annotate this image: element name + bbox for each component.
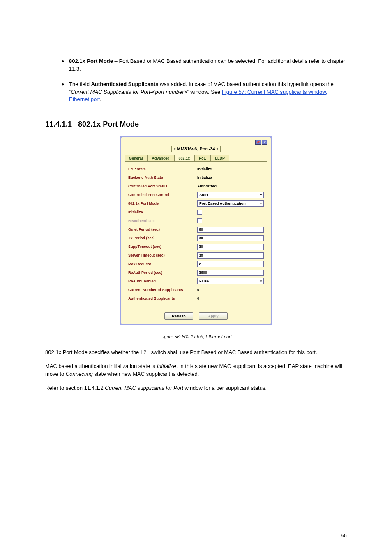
bullet2-end: . (100, 96, 101, 102)
chevron-down-icon: ▼ (259, 193, 263, 197)
eap-state-value: Initialize (197, 167, 212, 171)
paragraph: MAC based authentication initialization … (45, 362, 347, 378)
chevron-down-icon: ▼ (259, 280, 263, 283)
max-request-input[interactable] (197, 261, 264, 267)
supp-timeout-input[interactable] (197, 244, 264, 250)
eap-state-label: EAP State (128, 167, 197, 171)
paragraph: Refer to section 11.4.1.2 Current MAC su… (45, 384, 347, 392)
dialog-screenshot: 📌 ✕ • MM316v6, Port-34 • General Advance… (120, 136, 272, 325)
current-supplicants-label: Current Number of Supplicants (128, 288, 197, 292)
server-timeout-label: Server Timeout (sec) (128, 253, 197, 257)
initialize-label: Initialize (128, 210, 197, 214)
device-name: • MM316v6, Port-34 • (125, 146, 267, 152)
quiet-period-input[interactable] (197, 227, 264, 233)
supp-timeout-label: SuppTimeout (sec) (128, 245, 197, 249)
current-supplicants-value: 0 (197, 288, 199, 292)
section-heading: 11.4.1.1 802.1x Port Mode (45, 120, 347, 129)
bullet-list: ● 802.1x Port Mode – Port Based or MAC B… (62, 58, 347, 104)
tx-period-input[interactable] (197, 235, 264, 241)
paragraph: 802.1x Port Mode specifies whether the L… (45, 348, 347, 356)
close-icon[interactable]: ✕ (262, 140, 267, 145)
list-item: ● The field Authenticated Supplicants wa… (62, 81, 347, 104)
tab-lldp[interactable]: LLDP (211, 155, 230, 161)
apply-button[interactable]: Apply (199, 312, 228, 320)
tx-period-label: Tx Period (sec) (128, 236, 197, 240)
backend-auth-label: Backend Auth State (128, 176, 197, 180)
controlled-port-status-value: Authorized (197, 184, 217, 188)
reauth-enabled-select[interactable]: False▼ (197, 278, 264, 284)
refresh-button[interactable]: Refresh (164, 312, 193, 320)
port-mode-label: 802.1x Port Mode (128, 201, 197, 206)
bullet2-ital: "Current MAC Supplicants for Port-<port … (69, 89, 189, 95)
section-number: 11.4.1.1 (45, 120, 72, 128)
bullet2-bold: Authenticated Supplicants (91, 81, 158, 87)
bullet2-mid2: window. See (189, 89, 222, 95)
bullet-icon: ● (62, 58, 69, 73)
figure-caption: Figure 56: 802.1x tab, Ethernet port (45, 334, 347, 339)
bullet1-bold: 802.1x Port Mode (69, 58, 113, 64)
controlled-port-status-label: Controlled Port Status (128, 184, 197, 188)
controlled-port-control-label: Controlled Port Control (128, 193, 197, 197)
quiet-period-label: Quiet Period (sec) (128, 227, 197, 231)
section-title: 802.1x Port Mode (78, 120, 139, 128)
reauthenticate-label: Reauthenticate (128, 219, 197, 223)
page-number: 65 (341, 533, 347, 539)
auth-supplicants-value: 0 (197, 296, 199, 301)
tab-8021x[interactable]: 802.1x (174, 155, 195, 161)
reauthenticate-checkbox[interactable] (197, 218, 202, 223)
list-item: ● 802.1x Port Mode – Port Based or MAC B… (62, 58, 347, 73)
initialize-checkbox[interactable] (197, 210, 202, 215)
bullet2-mid: was added. In case of MAC based authenti… (158, 81, 333, 87)
chevron-down-icon: ▼ (259, 202, 263, 206)
bullet-icon: ● (62, 81, 69, 104)
tab-advanced[interactable]: Advanced (148, 155, 174, 161)
backend-auth-value: Initialize (197, 176, 212, 180)
reauth-period-label: ReAuthPeriod (sec) (128, 271, 197, 275)
max-request-label: Max Request (128, 262, 197, 266)
bullet2-prefix: The field (69, 81, 91, 87)
port-mode-select[interactable]: Port Based Authentication▼ (197, 200, 264, 207)
tab-general[interactable]: General (125, 155, 148, 161)
tab-poe[interactable]: PoE (194, 155, 211, 161)
tab-panel: EAP StateInitialize Backend Auth StateIn… (125, 162, 267, 308)
pin-icon[interactable]: 📌 (255, 140, 261, 145)
reauth-enabled-label: ReAuthEnabled (128, 279, 197, 283)
auth-supplicants-label: Authenticated Supplicants (128, 296, 197, 301)
controlled-port-control-select[interactable]: Auto▼ (197, 192, 264, 198)
reauth-period-input[interactable] (197, 270, 264, 276)
tab-bar: General Advanced 802.1x PoE LLDP (125, 155, 267, 162)
server-timeout-input[interactable] (197, 252, 264, 259)
